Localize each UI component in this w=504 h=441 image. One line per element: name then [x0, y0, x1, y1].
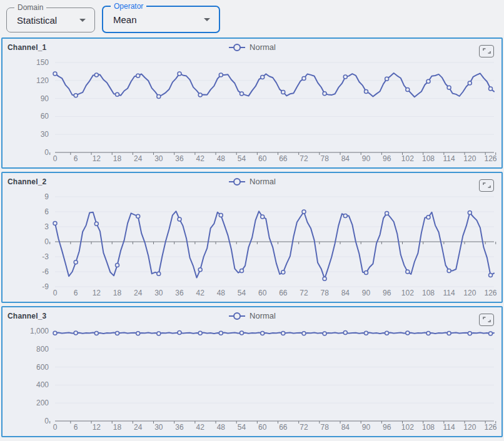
svg-text:60: 60 [258, 289, 267, 297]
svg-text:6: 6 [74, 423, 78, 432]
domain-select-label: Domain [14, 3, 46, 12]
svg-text:60: 60 [41, 112, 49, 121]
chart-canvas-channel-3[interactable]: 02004006008001,0000612182430364248546066… [3, 324, 501, 436]
svg-text:54: 54 [238, 154, 246, 163]
legend-label: Normal [249, 42, 276, 52]
chevron-down-icon [204, 18, 210, 21]
legend-line-marker-icon [228, 312, 246, 320]
fullscreen-icon [480, 314, 493, 325]
svg-text:78: 78 [320, 154, 329, 163]
svg-text:150: 150 [36, 58, 49, 67]
svg-text:108: 108 [422, 289, 435, 297]
chart-panel-header: Channel_2 Normal [3, 173, 501, 189]
chart-canvas-channel-1[interactable]: 0306090120150061218243036424854606672788… [3, 55, 501, 167]
svg-text:96: 96 [383, 423, 391, 432]
svg-text:126: 126 [484, 154, 496, 163]
svg-text:102: 102 [401, 289, 414, 297]
svg-text:12: 12 [93, 289, 101, 297]
svg-text:800: 800 [36, 345, 49, 354]
legend-item-normal[interactable]: Normal [228, 177, 276, 186]
svg-text:66: 66 [279, 289, 288, 297]
svg-text:30: 30 [41, 130, 49, 139]
chart-title: Channel_2 [8, 177, 47, 186]
svg-text:72: 72 [300, 154, 308, 163]
svg-text:400: 400 [36, 380, 49, 389]
svg-text:114: 114 [443, 423, 455, 432]
svg-text:126: 126 [484, 289, 496, 297]
svg-text:108: 108 [422, 154, 435, 163]
svg-text:-3: -3 [42, 252, 49, 261]
domain-select[interactable]: Domain Statistical [6, 7, 95, 32]
svg-text:24: 24 [134, 154, 143, 163]
svg-text:0: 0 [53, 154, 58, 163]
svg-text:42: 42 [196, 289, 204, 297]
expand-fullscreen-button[interactable] [479, 45, 494, 57]
svg-text:0: 0 [53, 423, 58, 432]
svg-text:96: 96 [383, 154, 391, 163]
svg-text:120: 120 [463, 154, 476, 163]
svg-text:90: 90 [41, 94, 49, 103]
svg-text:54: 54 [238, 423, 246, 432]
svg-text:18: 18 [113, 289, 122, 297]
svg-text:66: 66 [279, 423, 288, 432]
legend-label: Normal [249, 311, 276, 320]
legend-label: Normal [249, 177, 276, 186]
svg-text:3: 3 [44, 222, 49, 231]
svg-text:72: 72 [300, 423, 308, 432]
svg-text:30: 30 [154, 289, 163, 297]
svg-text:24: 24 [134, 289, 143, 297]
svg-text:54: 54 [238, 289, 246, 297]
svg-text:78: 78 [320, 423, 329, 432]
svg-text:48: 48 [217, 154, 226, 163]
fullscreen-icon [480, 46, 493, 56]
svg-text:12: 12 [93, 154, 101, 163]
operator-select-value: Mean [103, 14, 137, 25]
domain-select-value: Statistical [7, 15, 57, 26]
svg-text:36: 36 [175, 289, 184, 297]
svg-text:102: 102 [401, 423, 414, 432]
svg-text:42: 42 [196, 423, 204, 432]
chart-panel-header: Channel_1 Normal [3, 39, 501, 55]
svg-text:18: 18 [113, 154, 122, 163]
svg-text:0: 0 [53, 289, 58, 297]
svg-text:48: 48 [217, 423, 226, 432]
svg-text:66: 66 [279, 154, 288, 163]
svg-text:6: 6 [74, 289, 78, 297]
svg-text:84: 84 [341, 289, 350, 297]
svg-text:120: 120 [36, 76, 49, 85]
svg-text:42: 42 [196, 154, 204, 163]
svg-text:12: 12 [93, 423, 101, 432]
chart-panel-header: Channel_3 Normal [3, 307, 501, 324]
chart-title: Channel_1 [8, 43, 47, 52]
chart-panel-channel-1: Channel_1 Normal 03060901201500612182430… [1, 37, 503, 169]
svg-text:0: 0 [44, 237, 49, 246]
svg-text:60: 60 [258, 423, 267, 432]
svg-text:6: 6 [44, 207, 49, 216]
legend-item-normal[interactable]: Normal [228, 311, 276, 320]
chart-panel-channel-3: Channel_3 Normal 02004006008001,00006121… [1, 306, 503, 437]
svg-text:120: 120 [463, 289, 476, 297]
svg-text:90: 90 [362, 289, 371, 297]
legend-item-normal[interactable]: Normal [228, 42, 276, 52]
svg-text:6: 6 [74, 154, 78, 163]
svg-text:102: 102 [401, 154, 414, 163]
svg-text:84: 84 [341, 423, 350, 432]
svg-text:114: 114 [443, 154, 455, 163]
expand-fullscreen-button[interactable] [479, 314, 494, 326]
chart-canvas-channel-2[interactable]: -9-6-30369061218243036424854606672788490… [3, 189, 501, 302]
operator-select[interactable]: Operator Mean [102, 6, 220, 33]
expand-fullscreen-button[interactable] [479, 179, 494, 192]
svg-text:36: 36 [175, 423, 184, 432]
svg-text:200: 200 [36, 399, 49, 407]
svg-text:30: 30 [154, 154, 163, 163]
svg-text:30: 30 [154, 423, 163, 432]
svg-text:48: 48 [217, 289, 226, 297]
svg-text:108: 108 [422, 423, 435, 432]
fullscreen-icon [480, 180, 493, 191]
chevron-down-icon [79, 19, 86, 22]
svg-text:-9: -9 [42, 282, 49, 291]
svg-text:9: 9 [44, 192, 49, 201]
svg-text:24: 24 [134, 423, 143, 432]
svg-text:120: 120 [463, 423, 476, 432]
chart-title: Channel_3 [8, 312, 47, 320]
